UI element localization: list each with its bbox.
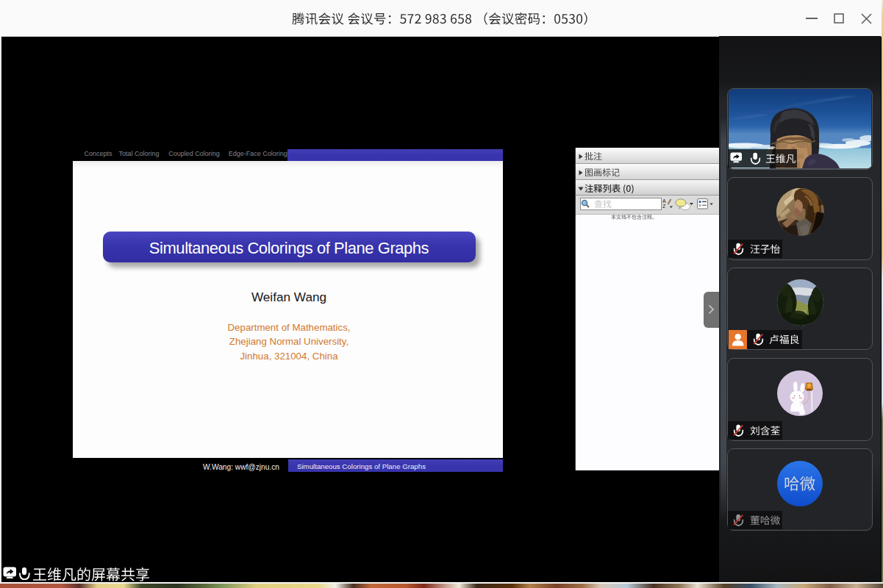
- svg-text:Z: Z: [662, 204, 666, 209]
- svg-text:A: A: [662, 198, 666, 204]
